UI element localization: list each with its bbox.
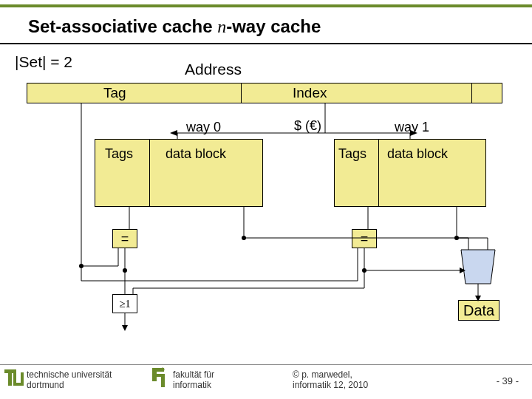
accent-bar <box>0 4 532 7</box>
svg-marker-5 <box>410 130 417 136</box>
page-title: Set-associative cache n-way cache <box>28 16 532 37</box>
footer-copyright: © p. marwedel, informatik 12, 2010 <box>293 369 368 390</box>
title-suffix: -way cache <box>226 16 321 36</box>
footer-fak: fakultät für informatik <box>173 369 214 390</box>
footer-uni: technische universität dortmund <box>27 369 112 390</box>
footer-fak2: informatik <box>173 380 211 390</box>
svg-marker-34 <box>122 325 128 331</box>
title-rule <box>0 43 532 44</box>
svg-marker-4 <box>170 130 177 136</box>
footer-uni2: dortmund <box>27 380 64 390</box>
svg-marker-36 <box>475 296 481 301</box>
footer-uni1: technische universität <box>27 369 112 380</box>
page-number: - 39 - <box>497 375 519 386</box>
svg-rect-41 <box>161 374 165 387</box>
footer-cp2: informatik 12, 2010 <box>293 380 368 390</box>
footer-fak1: fakultät für <box>173 369 214 380</box>
title-prefix: Set-associative cache <box>28 16 217 36</box>
svg-point-37 <box>79 264 83 268</box>
svg-point-31 <box>362 268 366 273</box>
tu-logo <box>4 368 24 390</box>
svg-rect-40 <box>152 374 161 377</box>
diagram: |Set| = 2 Address Tag Index way 0 $ (€) … <box>0 50 532 361</box>
title-n: n <box>217 17 226 36</box>
footer: technische universität dortmund fakultät… <box>0 364 532 399</box>
footer-cp1: © p. marwedel, <box>293 369 352 380</box>
svg-point-42 <box>161 368 165 372</box>
mux-and-wires <box>0 50 532 361</box>
svg-marker-0 <box>461 250 495 284</box>
fi-logo <box>151 366 170 392</box>
